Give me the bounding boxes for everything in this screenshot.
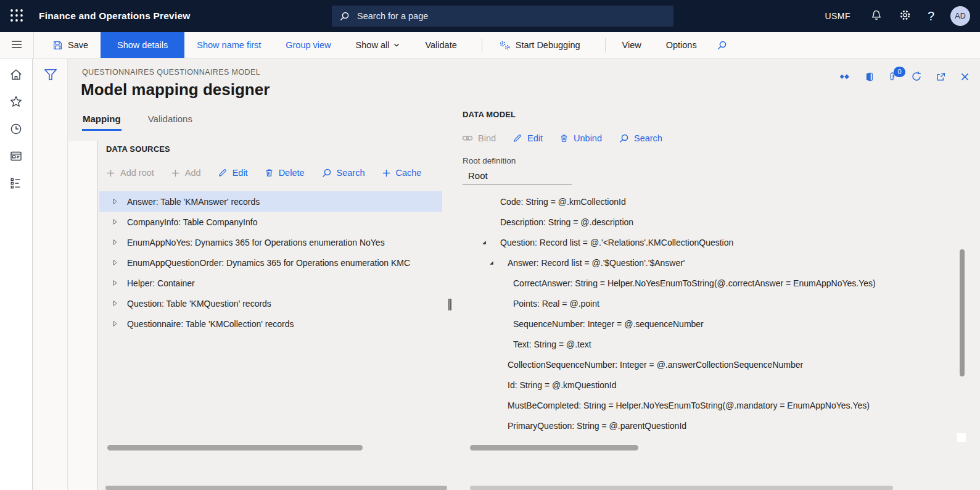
datasource-answer-table-kmanswer-records[interactable]: Answer: Table 'KMAnswer' records — [99, 191, 442, 212]
plus-icon — [171, 168, 180, 178]
panel-resize-handle[interactable] — [448, 299, 451, 310]
settings-button[interactable] — [899, 9, 912, 23]
pencil-icon — [218, 168, 228, 178]
filter-button[interactable] — [38, 65, 63, 85]
action-group-view[interactable]: Group view — [273, 32, 343, 58]
action-refresh[interactable] — [908, 68, 924, 88]
action-save[interactable]: Save — [40, 32, 101, 58]
nav-favorites[interactable] — [0, 89, 32, 116]
action-search[interactable] — [709, 32, 735, 58]
model-field-question-record-list-relations-k[interactable]: Question: Record list = @.'<Relations'.K… — [463, 232, 956, 252]
action-validate[interactable]: Validate — [413, 32, 469, 58]
office-icon — [863, 72, 874, 84]
nav-recent[interactable] — [0, 116, 32, 143]
data-sources-delete[interactable]: Delete — [265, 168, 305, 178]
data-model-edit[interactable]: Edit — [513, 133, 543, 143]
data-model-unbind[interactable]: Unbind — [559, 133, 602, 143]
tab-strip: Mapping Validations — [82, 114, 193, 131]
action-power-apps[interactable] — [836, 68, 852, 88]
avatar[interactable]: AD — [950, 6, 970, 26]
model-field-description-string-description[interactable]: Description: String = @.description — [463, 212, 956, 232]
hamburger-icon — [10, 38, 23, 53]
scrollbar-corner — [957, 433, 966, 442]
tab-mapping[interactable]: Mapping — [82, 114, 121, 131]
action-show-all[interactable]: Show all — [344, 32, 413, 58]
collapse-icon[interactable] — [488, 259, 508, 266]
plus-icon — [106, 168, 115, 178]
data-sources-cache[interactable]: Cache — [382, 168, 422, 178]
page-bottom-scrollbar-right[interactable] — [470, 486, 893, 490]
page-bottom-scrollbar-left[interactable] — [105, 486, 447, 490]
action-open-new-window[interactable] — [933, 68, 949, 88]
root-definition-input[interactable] — [463, 169, 572, 185]
search-icon — [321, 168, 332, 178]
collapse-icon[interactable] — [480, 239, 500, 246]
datasource-companyinfo-table-companyinfo[interactable]: CompanyInfo: Table CompanyInfo — [99, 212, 442, 232]
page-search-box[interactable] — [332, 6, 673, 27]
data-model-bind[interactable]: Bind — [462, 133, 496, 143]
data-model-tree: Code: String = @.kmCollectionId Descript… — [463, 191, 956, 436]
action-close[interactable] — [957, 68, 973, 88]
expand-icon[interactable] — [112, 259, 127, 266]
app-window: Finance and Operations Preview USMF ? AD… — [0, 0, 980, 490]
datasource-question-table-kmquestion-record[interactable]: Question: Table 'KMQuestion' records — [99, 293, 442, 314]
save-icon — [52, 40, 63, 51]
action-bar-right-icons: 0 — [836, 64, 973, 91]
data-sources-edit[interactable]: Edit — [218, 168, 248, 178]
action-attachments[interactable]: 0 — [884, 68, 900, 88]
data-model-search[interactable]: Search — [619, 133, 662, 144]
notifications-button[interactable] — [870, 9, 883, 23]
home-icon — [9, 68, 23, 83]
model-field-id-string-kmquestionid[interactable]: Id: String = @.kmQuestionId — [463, 375, 956, 395]
action-show-details[interactable]: Show details — [101, 32, 184, 58]
data-sources-add-root[interactable]: Add root — [106, 168, 154, 178]
model-field-answer-record-list-question-answ[interactable]: Answer: Record list = @.'$Question'.'$An… — [463, 252, 956, 273]
open-new-window-icon — [936, 72, 946, 84]
model-field-collectionsequencenumber-integer[interactable]: CollectionSequenceNumber: Integer = @.an… — [463, 354, 956, 375]
action-start-debugging[interactable]: Start Debugging — [469, 32, 593, 58]
hamburger-menu-button[interactable] — [6, 37, 27, 54]
nav-home[interactable] — [0, 62, 32, 89]
datasource-enumappnoyes-dynamics-365-for-op[interactable]: EnumAppNoYes: Dynamics 365 for Operation… — [99, 232, 442, 252]
expand-icon[interactable] — [112, 280, 127, 286]
datasource-helper-container[interactable]: Helper: Container — [99, 273, 442, 293]
vertical-scrollbar[interactable] — [960, 249, 965, 376]
model-field-correctanswer-string-helper-noye[interactable]: CorrectAnswer: String = Helper.NoYesEnum… — [463, 273, 956, 293]
model-field-primaryquestion-string-parentque[interactable]: PrimaryQuestion: String = @.parentQuesti… — [463, 415, 956, 436]
help-button[interactable]: ? — [928, 9, 934, 23]
nav-modules[interactable] — [0, 170, 32, 197]
action-bar-items: Save Show details Show name first — [40, 32, 735, 58]
action-options[interactable]: Options — [654, 32, 709, 58]
action-show-name-first[interactable]: Show name first — [184, 32, 273, 58]
data-model-horizontal-scrollbar[interactable] — [470, 445, 638, 451]
data-sources-search[interactable]: Search — [321, 168, 365, 178]
expand-icon[interactable] — [112, 300, 127, 307]
page-search-input[interactable] — [356, 10, 666, 22]
collapse-data-sources-button[interactable] — [83, 144, 85, 147]
expand-icon[interactable] — [112, 239, 127, 246]
plus-icon — [382, 168, 391, 178]
tab-validations[interactable]: Validations — [147, 114, 193, 131]
modules-icon — [9, 176, 23, 192]
expand-icon[interactable] — [112, 198, 127, 205]
data-sources-horizontal-scrollbar[interactable] — [107, 445, 363, 451]
app-launcher-button[interactable] — [0, 0, 33, 32]
search-icon — [619, 133, 629, 144]
model-field-mustbecompleted-string-helper-no[interactable]: MustBeCompleted: String = Helper.NoYesEn… — [463, 395, 956, 415]
expand-icon[interactable] — [112, 320, 127, 327]
expand-icon[interactable] — [112, 218, 127, 225]
search-icon — [717, 40, 727, 51]
breadcrumb: QUESTIONNAIRES QUESTIONNAIRES MODEL — [82, 68, 260, 77]
model-field-points-real-point[interactable]: Points: Real = @.point — [463, 293, 956, 314]
datasource-enumappquestionorder-dynamics-36[interactable]: EnumAppQuestionOrder: Dynamics 365 for O… — [99, 252, 442, 273]
company-selector[interactable]: USMF — [821, 10, 854, 22]
action-view[interactable]: View — [593, 32, 654, 58]
app-launcher-icon — [9, 7, 25, 25]
datasource-questionnaire-table-kmcollection[interactable]: Questionnaire: Table 'KMCollection' reco… — [99, 314, 442, 334]
model-field-text-string-text[interactable]: Text: String = @.text — [463, 334, 956, 354]
model-field-sequencenumber-integer-sequencen[interactable]: SequenceNumber: Integer = @.sequenceNumb… — [463, 314, 956, 334]
data-sources-add[interactable]: Add — [171, 168, 201, 178]
model-field-code-string-kmcollectionid[interactable]: Code: String = @.kmCollectionId — [463, 191, 956, 212]
nav-workspaces[interactable] — [0, 143, 32, 170]
action-office[interactable] — [860, 68, 876, 88]
